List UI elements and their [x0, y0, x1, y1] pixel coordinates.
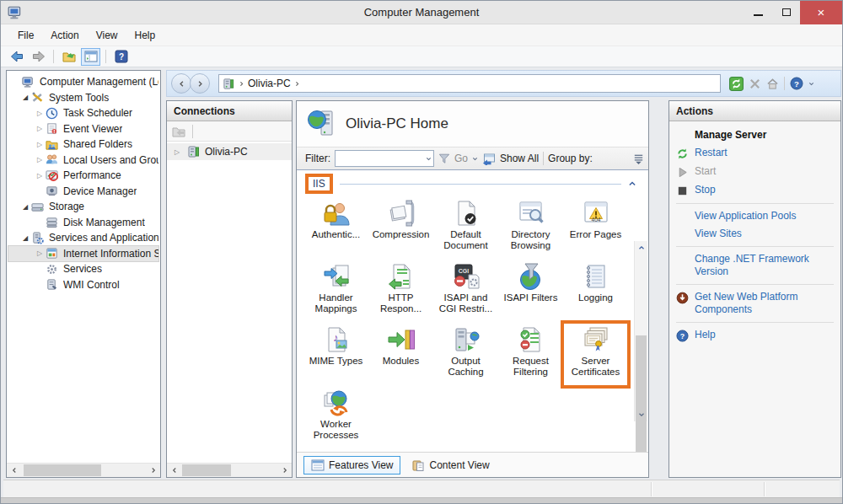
expander-expanded-icon[interactable]: ◢	[19, 203, 31, 211]
action-help[interactable]: ?Help	[674, 326, 835, 345]
tab-content-view[interactable]: Content View	[404, 456, 497, 475]
close-button[interactable]: ×	[800, 1, 842, 24]
forward-button[interactable]	[29, 48, 48, 66]
tree-item-device-manager[interactable]: Device Manager	[8, 184, 158, 200]
feature-output-caching[interactable]: Output Caching	[433, 323, 498, 386]
tree-hscrollbar[interactable]	[7, 463, 160, 477]
expander-collapsed-icon[interactable]: ▷	[171, 148, 183, 156]
expander-collapsed-icon[interactable]: ▷	[34, 172, 46, 180]
scroll-thumb[interactable]	[182, 464, 231, 476]
action-stop[interactable]: Stop	[674, 181, 835, 200]
feature-authentic[interactable]: Authentic...	[303, 196, 368, 260]
disconnect-button[interactable]	[749, 78, 761, 90]
actions-list: Manage ServerRestartStartStopView Applic…	[669, 121, 840, 345]
export-list-button[interactable]	[59, 48, 78, 66]
tree-item-local-users-and-group[interactable]: ▷Local Users and Group	[8, 153, 158, 169]
feature-logging[interactable]: Logging	[563, 260, 628, 323]
error-pages-icon: 404	[582, 199, 610, 228]
go-dropdown-icon[interactable]	[472, 156, 478, 162]
scroll-right-icon[interactable]	[277, 464, 292, 477]
help-circle-button[interactable]: ?	[790, 77, 803, 90]
tree-item-system-tools[interactable]: ◢System Tools	[8, 90, 158, 106]
feature-default-document[interactable]: Default Document	[433, 196, 498, 260]
show-all-button[interactable]: Show All	[500, 153, 539, 164]
scroll-down-icon[interactable]	[635, 408, 647, 421]
help-button[interactable]: ?	[111, 48, 131, 66]
tree-item-label: Task Scheduler	[63, 107, 132, 119]
go-button[interactable]: Go	[454, 153, 468, 164]
tree-item-performance[interactable]: ▷Performance	[8, 168, 158, 184]
feature-http-respon[interactable]: HTTP Respon...	[368, 260, 433, 323]
tree-item-services[interactable]: Services	[8, 261, 158, 277]
tree-item-label: System Tools	[49, 92, 109, 104]
menu-view[interactable]: View	[88, 26, 126, 45]
feature-error-pages[interactable]: 404Error Pages	[563, 196, 628, 260]
combo-dropdown-icon[interactable]	[426, 156, 432, 162]
tree-item-disk-management[interactable]: Disk Management	[8, 215, 158, 231]
menu-help[interactable]: Help	[126, 26, 164, 45]
expander-collapsed-icon[interactable]: ▷	[34, 249, 46, 257]
http-response-icon	[387, 262, 416, 291]
action-manage-server: Manage Server	[674, 126, 835, 144]
action-change-net-framework-version[interactable]: Change .NET Framework Version	[674, 250, 835, 281]
tree-item-task-scheduler[interactable]: ▷Task Scheduler	[8, 105, 158, 121]
action-get-new-web-platform-components[interactable]: Get New Web Platform Components	[674, 288, 835, 319]
expander-expanded-icon[interactable]: ◢	[19, 94, 31, 101]
feature-server-certificates[interactable]: Server Certificates	[563, 323, 628, 386]
tree-item-services-and-applications[interactable]: ◢Services and Applications	[8, 230, 158, 246]
feature-request-filtering[interactable]: Request Filtering	[498, 323, 563, 386]
menu-file[interactable]: File	[9, 26, 42, 45]
scroll-thumb[interactable]	[24, 464, 101, 476]
features-vscrollbar[interactable]	[634, 241, 647, 421]
address-box[interactable]: Olivia-PC	[218, 74, 721, 93]
back-button[interactable]	[7, 48, 26, 66]
minimize-button[interactable]	[744, 1, 772, 24]
scroll-thumb[interactable]	[636, 335, 647, 452]
feature-isapi-filters[interactable]: ISAPI Filters	[498, 260, 563, 323]
action-restart[interactable]: Restart	[674, 144, 835, 163]
help-dropdown-icon[interactable]	[808, 81, 814, 87]
feature-modules[interactable]: Modules	[368, 323, 433, 386]
feature-mime-types[interactable]: ♪MIME Types	[303, 323, 368, 386]
expander-collapsed-icon[interactable]: ▷	[34, 125, 46, 132]
connections-hscrollbar[interactable]	[167, 463, 292, 477]
scroll-left-icon[interactable]	[7, 464, 21, 477]
show-console-tree-button[interactable]	[81, 48, 100, 66]
action-view-application-pools[interactable]: View Application Pools	[674, 207, 835, 225]
tab-features-view[interactable]: Features View	[303, 456, 400, 475]
iis-node-icon	[46, 247, 59, 260]
action-start[interactable]: Start	[674, 163, 835, 181]
maximize-button[interactable]	[772, 1, 800, 24]
home-header: Olivia-PC Home	[297, 101, 648, 147]
tree-item-wmi-control[interactable]: WMI Control	[8, 277, 158, 293]
expander-expanded-icon[interactable]: ◢	[19, 234, 31, 242]
filter-input[interactable]	[335, 150, 434, 167]
nav-back-button[interactable]	[171, 73, 191, 94]
refresh-button[interactable]	[729, 77, 744, 91]
home-pane-button[interactable]	[766, 78, 779, 90]
action-view-sites[interactable]: View Sites	[674, 225, 835, 243]
menu-action[interactable]: Action	[42, 26, 87, 45]
scroll-left-icon[interactable]	[167, 464, 181, 477]
feature-handler-mappings[interactable]: Handler Mappings	[303, 260, 368, 323]
expander-collapsed-icon[interactable]: ▷	[34, 141, 46, 148]
tree-item-shared-folders[interactable]: ▷Shared Folders	[8, 137, 158, 153]
save-connections-button[interactable]	[172, 125, 185, 138]
nav-forward-button[interactable]	[190, 73, 210, 94]
tree-item-internet-information-s[interactable]: ▷Internet Information S	[8, 246, 158, 262]
breadcrumb[interactable]: Olivia-PC	[248, 78, 291, 89]
feature-isapi-and-cgi-restri[interactable]: CGIISAPI and CGI Restri...	[433, 260, 498, 323]
scroll-up-icon[interactable]	[635, 241, 647, 255]
expander-collapsed-icon[interactable]: ▷	[34, 156, 46, 164]
feature-worker-processes[interactable]: Worker Processes	[303, 386, 368, 449]
tree-item-storage[interactable]: ◢Storage	[8, 199, 158, 215]
connection-item-olivia-pc[interactable]: ▷ Olivia-PC	[167, 143, 292, 160]
collapse-section-icon[interactable]	[628, 180, 636, 188]
feature-compression[interactable]: Compression	[368, 196, 433, 260]
expander-collapsed-icon[interactable]: ▷	[34, 110, 46, 117]
scroll-right-icon[interactable]	[146, 464, 160, 477]
group-more-button[interactable]	[632, 153, 645, 165]
tree-item-event-viewer[interactable]: ▷Event Viewer	[8, 121, 158, 137]
tree-item-computer-management-loc[interactable]: Computer Management (Loc	[8, 74, 158, 90]
feature-directory-browsing[interactable]: Directory Browsing	[498, 196, 563, 260]
